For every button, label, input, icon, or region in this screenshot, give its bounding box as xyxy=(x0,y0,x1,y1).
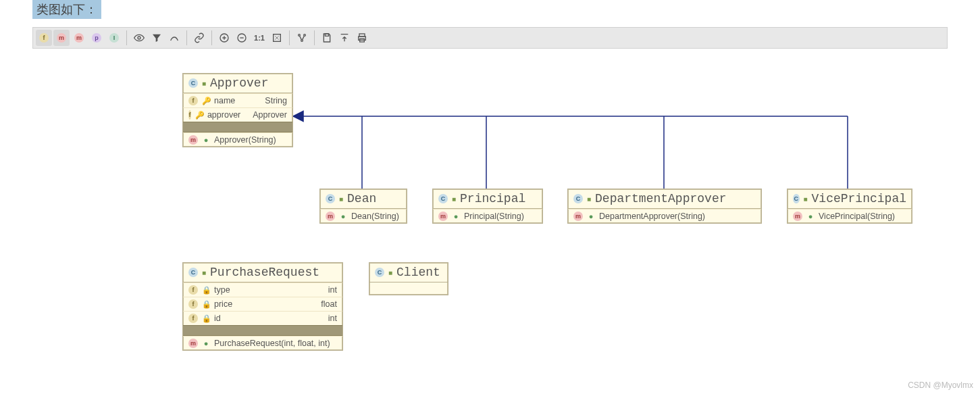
class-icon: C xyxy=(573,194,583,203)
separator xyxy=(289,30,290,45)
print-icon xyxy=(357,32,367,43)
field-type: String xyxy=(257,96,287,105)
method-icon: m xyxy=(188,135,198,145)
svg-rect-7 xyxy=(325,34,328,36)
print-button[interactable] xyxy=(354,30,370,46)
method-icon: m xyxy=(793,212,802,221)
protected-icon: 🔑 xyxy=(195,111,203,120)
method-icon: m xyxy=(326,212,335,221)
class-name: DepartmentApprover xyxy=(595,192,726,205)
class-icon: C xyxy=(326,194,335,203)
class-dean[interactable]: C■ Dean m● Dean(String) xyxy=(319,189,407,224)
filter-properties-button[interactable]: p xyxy=(88,30,105,46)
header-highlight: 类图如下： xyxy=(32,0,101,19)
dependencies-button[interactable] xyxy=(166,30,182,46)
public-icon: ● xyxy=(452,212,460,220)
filter-inner-button[interactable]: I xyxy=(106,30,122,46)
separator xyxy=(186,30,187,45)
field-icon: f xyxy=(39,33,49,43)
private-icon: 🔒 xyxy=(202,314,210,323)
class-name: VicePrincipal xyxy=(812,192,906,205)
svg-point-4 xyxy=(299,34,301,36)
class-name: Principal xyxy=(460,192,525,205)
field-icon: f xyxy=(188,314,198,323)
filter-methods-button[interactable]: m xyxy=(71,30,87,46)
property-icon: p xyxy=(92,33,101,43)
method-sig: Approver(String) xyxy=(214,135,276,145)
package-icon: ■ xyxy=(804,195,808,203)
private-icon: 🔒 xyxy=(202,286,210,295)
method-sig: PurchaseRequest(int, float, int) xyxy=(214,339,330,348)
method-icon: m xyxy=(188,339,198,348)
public-icon: ● xyxy=(339,212,347,220)
export-button[interactable] xyxy=(336,30,353,46)
section-separator xyxy=(183,325,342,336)
field-name: type xyxy=(214,285,230,295)
public-icon: ● xyxy=(202,136,210,144)
export-icon xyxy=(339,32,350,43)
filter-button[interactable] xyxy=(149,30,165,46)
class-client[interactable]: C■ Client xyxy=(369,262,448,295)
method-icon: m xyxy=(438,212,448,221)
field-type: float xyxy=(313,299,337,309)
method-sig: Principal(String) xyxy=(464,212,524,221)
actual-size-button[interactable]: 1:1 xyxy=(251,30,267,46)
package-icon: ■ xyxy=(339,195,343,203)
fit-icon xyxy=(272,32,282,43)
separator xyxy=(314,30,315,45)
layout-button[interactable] xyxy=(294,30,310,46)
class-principal[interactable]: C■ Principal m● Principal(String) xyxy=(432,189,543,224)
filter-constructors-button[interactable]: m xyxy=(53,30,70,46)
visibility-button[interactable] xyxy=(131,30,147,46)
package-icon: ■ xyxy=(388,269,392,276)
diagram-canvas[interactable]: C■ Approver f🔑 name String f🔑 approver A… xyxy=(32,49,948,373)
field-name: approver xyxy=(207,110,240,120)
save-icon xyxy=(321,32,332,43)
public-icon: ● xyxy=(806,212,815,220)
link-button[interactable] xyxy=(191,30,207,46)
class-name: Dean xyxy=(347,192,376,205)
class-icon: C xyxy=(188,268,198,277)
class-name: Approver xyxy=(210,76,268,90)
field-icon: f xyxy=(188,285,198,295)
public-icon: ● xyxy=(202,339,210,347)
field-name: price xyxy=(214,299,232,309)
link-icon xyxy=(194,32,205,43)
class-icon: C xyxy=(188,78,198,88)
method-star-icon: m xyxy=(57,33,66,43)
svg-point-6 xyxy=(301,40,303,42)
class-icon: C xyxy=(793,194,800,203)
method-icon: m xyxy=(573,212,583,221)
zoom-out-button[interactable] xyxy=(234,30,250,46)
field-icon: f xyxy=(188,299,198,309)
method-icon: m xyxy=(74,33,84,43)
zoom-in-button[interactable] xyxy=(216,30,232,46)
fit-content-button[interactable] xyxy=(269,30,285,46)
section-separator xyxy=(183,122,292,132)
separator xyxy=(211,30,212,45)
method-sig: Dean(String) xyxy=(351,212,399,221)
method-sig: DepartmentApprover(String) xyxy=(599,212,705,221)
class-name: Client xyxy=(396,266,440,279)
class-purchase-request[interactable]: C■ PurchaseRequest f🔒 type int f🔒 price … xyxy=(182,262,343,351)
save-button[interactable] xyxy=(319,30,335,46)
method-sig: VicePrincipal(String) xyxy=(819,212,895,221)
protected-icon: 🔑 xyxy=(202,97,210,105)
class-name: PurchaseRequest xyxy=(210,266,319,279)
field-name: id xyxy=(214,314,221,323)
field-name: name xyxy=(214,96,235,105)
field-type: Approver xyxy=(244,110,287,120)
class-department-approver[interactable]: C■ DepartmentApprover m● DepartmentAppro… xyxy=(567,189,762,224)
zoom-in-icon xyxy=(219,32,230,43)
layout-icon xyxy=(296,32,307,43)
package-icon: ■ xyxy=(587,195,591,203)
class-vice-principal[interactable]: C■ VicePrincipal m● VicePrincipal(String… xyxy=(787,189,912,224)
eye-icon xyxy=(134,32,145,43)
class-approver[interactable]: C■ Approver f🔑 name String f🔑 approver A… xyxy=(182,73,293,147)
class-icon: C xyxy=(375,268,384,277)
filter-fields-button[interactable]: f xyxy=(36,30,52,46)
package-icon: ■ xyxy=(202,80,206,87)
field-type: int xyxy=(320,314,337,323)
public-icon: ● xyxy=(587,212,595,220)
dependency-icon xyxy=(169,32,180,43)
